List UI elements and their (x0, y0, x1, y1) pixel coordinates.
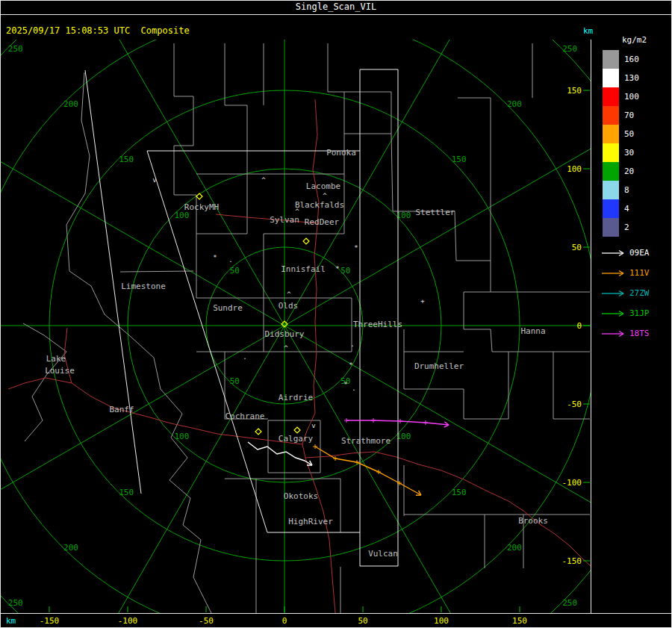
colorbar-value: 30 (624, 148, 634, 158)
storm-track-id: 09EA (629, 248, 650, 258)
window-title: Single_Scan_VIL (1, 1, 671, 15)
ring-distance-label: 250 (8, 44, 23, 54)
county-boundary (391, 134, 491, 261)
city-label: Blackfalds (295, 200, 344, 210)
ring-distance-label: 50 (340, 266, 350, 276)
town-marker: . (228, 256, 232, 264)
ring-distance-label: 250 (8, 598, 23, 608)
county-boundary (225, 43, 247, 174)
radar-viewer-window: Single_Scan_VIL 2025/09/17 15:08:53 UTC … (0, 0, 672, 628)
storm-track-legend: 09EA111V27ZW31JP18TS (601, 243, 650, 343)
county-boundary (23, 323, 66, 441)
colorbar-value: 8 (624, 185, 629, 195)
storm-track-arrow-icon (601, 269, 626, 278)
town-marker: . (350, 341, 354, 348)
colorbar: 16013010070503020842 (603, 50, 639, 237)
radar-map-canvas[interactable]: 5050505010010010010015015015015020020020… (1, 40, 591, 613)
colorbar-entry: 20 (603, 162, 639, 181)
city-label: Vulcan (368, 549, 398, 559)
storm-track-id: 111V (629, 268, 650, 278)
town-marker: ^ (284, 344, 288, 352)
city-label: Innisfail (281, 264, 326, 274)
county-boundary (404, 514, 485, 568)
colorbar-swatch (603, 106, 619, 125)
ring-distance-label: 50 (230, 266, 240, 276)
city-label: Strathmore (341, 436, 391, 446)
city-label: Sundre (213, 303, 243, 313)
bottom-axis-label: -50 (199, 616, 214, 626)
ring-distance-label: 150 (119, 488, 134, 497)
azimuth-spoke (1, 40, 591, 613)
colorbar-value: 70 (624, 111, 634, 120)
ring-distance-label: 150 (119, 155, 134, 164)
colorbar-value: 4 (624, 204, 629, 214)
ring-distance-label: 250 (562, 44, 577, 54)
city-label: RedDeer (305, 217, 340, 227)
ring-distance-label: 250 (562, 598, 577, 608)
storm-track-arrow-icon (601, 249, 626, 258)
colorbar-value: 160 (624, 55, 639, 64)
colorbar-swatch (603, 181, 619, 199)
ring-distance-label: 150 (452, 488, 467, 497)
colorbar-swatch (603, 199, 619, 218)
storm-track-arrow-icon (601, 329, 626, 338)
right-panel: km kg/m2 16013010070503020842 09EA111V27… (591, 14, 671, 613)
ring-distance-label: 200 (63, 543, 78, 553)
radar-map[interactable]: 5050505010010010010015015015015020020020… (1, 40, 591, 613)
radar-site-marker (255, 429, 261, 435)
storm-track-id: 31JP (629, 308, 650, 318)
ring-distance-label: 200 (507, 99, 522, 109)
colorbar-entry: 100 (603, 87, 639, 106)
storm-track-arrowhead (444, 425, 449, 427)
city-label: Cochrane (225, 411, 265, 421)
azimuth-spoke (1, 40, 591, 613)
city-label: Didsbury (265, 329, 305, 339)
scan-timestamp: 2025/09/17 15:08:53 UTC Composite (6, 25, 190, 36)
bottom-axis-unit: km (6, 616, 16, 626)
right-axis-label: -50 (567, 400, 582, 409)
bottom-axis-label: -100 (118, 616, 138, 626)
storm-track-id: 27ZW (629, 288, 650, 298)
right-axis-label: 150 (567, 86, 582, 96)
colorbar-entry: 4 (603, 199, 639, 218)
city-label: Limestone (121, 282, 166, 291)
town-marker: ^ (287, 290, 291, 298)
city-label: Stettler (416, 208, 455, 217)
ring-distance-label: 200 (63, 99, 78, 109)
town-marker: ^ (261, 176, 266, 184)
colorbar-swatch (603, 50, 619, 69)
range-ring (1, 40, 591, 613)
highway (216, 214, 317, 223)
colorbar-value: 2 (624, 223, 629, 232)
city-label: Drumheller (414, 361, 464, 371)
town-marker: * (354, 244, 358, 252)
storm-track-legend-item: 111V (601, 263, 650, 283)
county-boundary (464, 261, 590, 352)
highway (302, 99, 335, 613)
colorbar-entry: 70 (603, 106, 639, 125)
town-marker: * (349, 361, 352, 369)
colorbar-entry: 130 (603, 69, 639, 87)
colorbar-unit: kg/m2 (622, 35, 647, 45)
city-label: Hanna (520, 326, 545, 336)
colorbar-swatch (603, 87, 619, 106)
colorbar-value: 100 (624, 92, 639, 102)
town-marker: . (352, 385, 355, 392)
colorbar-swatch (603, 143, 619, 162)
town-marker: + (420, 297, 425, 305)
colorbar-entry: 30 (603, 143, 639, 162)
storm-track-arrow-icon (601, 309, 626, 318)
city-label: Louise (45, 366, 75, 376)
storm-track-legend-item: 31JP (601, 303, 650, 323)
storm-track-legend-item: 09EA (601, 243, 650, 263)
ring-distance-label: 150 (452, 155, 467, 164)
right-axis-unit: km (583, 26, 593, 36)
city-label: Banff (109, 405, 134, 414)
bottom-axis: km -150-100-50050100150 (1, 613, 671, 628)
ring-distance-label: 50 (230, 376, 240, 386)
colorbar-swatch (603, 162, 619, 181)
city-label: Lake (46, 354, 66, 364)
city-label: HighRiver (288, 517, 333, 526)
town-marker: * (343, 381, 347, 388)
bottom-axis-label: 0 (282, 616, 287, 626)
